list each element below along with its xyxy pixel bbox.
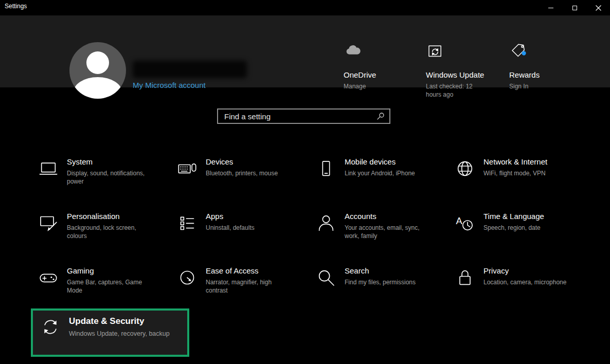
devices-icon [177,158,198,179]
close-icon [596,5,601,11]
category-subtitle: Game Bar, captures, Game Mode [67,278,155,295]
settings-category-search[interactable]: Search Find my files, permissions [309,261,447,316]
category-title: Time & Language [483,212,544,221]
settings-category-personalisation[interactable]: Personalisation Background, lock screen,… [31,207,170,261]
quick-link-rewards[interactable]: Rewards Sign In [509,42,571,90]
account-header: My Microsoft account OneDrive Manage Win… [0,15,610,87]
category-subtitle: Narrator, magnifier, high contrast [206,278,294,295]
category-title: System [67,157,155,167]
maximize-button[interactable] [563,0,586,15]
svg-text:A: A [456,215,463,226]
settings-category-apps[interactable]: Apps Uninstall, defaults [170,207,309,261]
settings-category-ease-of-access[interactable]: Ease of Access Narrator, magnifier, high… [170,261,309,316]
apps-icon [177,213,198,233]
time-language-icon: A [455,213,475,233]
mobile-devices-icon [316,158,336,179]
settings-category-system[interactable]: System Display, sound, notifications, po… [31,152,170,207]
category-title: Apps [206,212,255,221]
category-title: Network & Internet [483,157,547,167]
settings-category-time-language[interactable]: A Time & Language Speech, region, date [447,207,586,261]
titlebar: Settings [0,0,610,15]
category-subtitle: Speech, region, date [483,224,544,232]
quick-link-title: Rewards [509,70,571,79]
settings-category-accounts[interactable]: Accounts Your accounts, email, sync, wor… [309,207,447,261]
minimize-icon [548,8,553,8]
minimize-button[interactable] [539,0,563,15]
category-title: Personalisation [67,212,155,221]
category-title: Privacy [483,266,566,276]
privacy-icon [455,267,475,288]
window-title: Settings [5,3,27,10]
settings-category-devices[interactable]: Devices Bluetooth, printers, mouse [170,152,309,207]
onedrive-cloud-icon [344,42,362,60]
category-subtitle: Location, camera, microphone [483,278,566,286]
category-subtitle: Display, sound, notifications, power [67,169,155,186]
category-subtitle: Bluetooth, printers, mouse [206,169,278,177]
update-security-icon [40,317,61,337]
maximize-icon [572,6,577,10]
category-subtitle: WiFi, flight mode, VPN [483,169,547,177]
category-title: Ease of Access [206,266,294,276]
category-subtitle: Uninstall, defaults [206,224,255,232]
redacted-username [133,61,247,78]
accounts-icon [316,213,336,233]
personalisation-icon [38,213,59,233]
quick-link-subtitle: Manage [344,82,405,90]
category-title: Gaming [67,266,155,276]
quick-link-onedrive[interactable]: OneDrive Manage [344,42,405,90]
system-icon [38,158,59,179]
quick-link-subtitle: Last checked: 12 hours ago [426,82,473,99]
settings-category-gaming[interactable]: Gaming Game Bar, captures, Game Mode [31,261,170,316]
category-subtitle: Windows Update, recovery, backup [69,329,170,338]
find-a-setting-searchbox[interactable] [217,108,390,124]
category-subtitle: Your accounts, email, sync, work, family [345,224,433,240]
avatar-head-shape [86,51,109,74]
search-input[interactable] [218,110,376,123]
settings-category-privacy[interactable]: Privacy Location, camera, microphone [447,261,586,316]
quick-link-windows-update[interactable]: Windows Update Last checked: 12 hours ag… [426,42,477,99]
category-title: Mobile devices [345,157,415,167]
network-icon [455,158,475,179]
gaming-icon [38,267,59,288]
window-controls [539,0,610,15]
settings-category-mobile-devices[interactable]: Mobile devices Link your Android, iPhone [309,152,447,207]
quick-link-title: Windows Update [426,70,477,79]
category-subtitle: Link your Android, iPhone [345,169,415,177]
search-icon [316,267,336,288]
quick-link-subtitle: Sign In [509,82,571,90]
category-subtitle: Background, lock screen, colours [67,224,155,240]
close-button[interactable] [586,0,610,15]
windows-update-icon [426,42,444,60]
rewards-icon [509,42,528,60]
settings-window: Settings My Microsoft account OneDrive M… [0,0,610,364]
ease-of-access-icon [177,267,198,288]
quick-link-title: OneDrive [344,70,405,79]
category-subtitle: Find my files, permissions [345,278,416,286]
my-microsoft-account-link[interactable]: My Microsoft account [133,81,206,89]
settings-category-network-internet[interactable]: Network & Internet WiFi, flight mode, VP… [447,152,586,207]
settings-category-grid: System Display, sound, notifications, po… [31,152,586,364]
settings-category-update-security[interactable]: Update & Security Windows Update, recove… [31,308,189,357]
user-avatar[interactable] [69,42,126,99]
avatar-torso-shape [73,77,122,99]
category-title: Devices [206,157,278,167]
category-title: Search [345,266,416,276]
category-title: Accounts [345,212,433,221]
magnifier-icon[interactable] [376,112,385,120]
category-title: Update & Security [69,316,170,327]
